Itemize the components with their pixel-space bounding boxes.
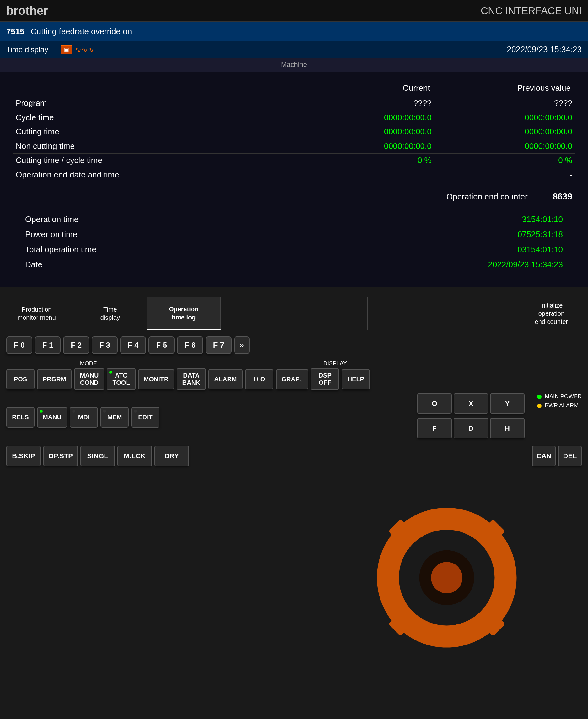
- bottom-btn-b_skip[interactable]: B.SKIP: [6, 446, 41, 466]
- dsp_off-label: DSP OFF: [319, 372, 332, 386]
- mode-btn-rels[interactable]: RELS: [6, 407, 35, 428]
- main-btn-pos[interactable]: POS: [6, 369, 35, 390]
- alpha-key-D[interactable]: D: [454, 418, 488, 438]
- alpha-key-X[interactable]: X: [454, 393, 488, 414]
- op-label: Date: [25, 260, 135, 269]
- op-label: Total operation time: [25, 245, 135, 254]
- alert-message: Cutting feedrate override on: [31, 27, 132, 37]
- monitr-label: MONITR: [144, 376, 169, 383]
- main-btn-prgrm[interactable]: PRGRM: [37, 369, 71, 390]
- row-label: Cycle time: [13, 110, 266, 124]
- bottom-btn-singl[interactable]: SINGL: [80, 446, 115, 466]
- mode-label: MODE: [6, 359, 171, 367]
- right-btn-can[interactable]: CAN: [532, 446, 556, 466]
- svg-rect-6: [481, 519, 505, 544]
- row-prev-value: -: [435, 168, 575, 182]
- svg-rect-1: [437, 511, 456, 528]
- main-btn-graph[interactable]: GRAP↓: [276, 369, 309, 390]
- main-btn-monitr[interactable]: MONITR: [138, 369, 174, 390]
- main-btn-manu_cond[interactable]: MANU COND: [74, 368, 104, 390]
- row-label: Cutting time: [13, 125, 266, 139]
- wave-icon: ∿∿∿: [75, 45, 94, 54]
- f-key-arrow[interactable]: »: [234, 336, 250, 354]
- bottom-row: B.SKIPOP.STPSINGLM.LCKDRY CANDEL: [6, 446, 582, 466]
- rels-label: RELS: [12, 414, 28, 421]
- mode-btn-mdi[interactable]: MDI: [70, 407, 98, 428]
- main-btn-io[interactable]: I / O: [245, 369, 273, 390]
- main-btn-help[interactable]: HELP: [341, 369, 370, 390]
- edit-led: [134, 410, 137, 413]
- fn-key-f6[interactable]: [441, 297, 515, 329]
- f-key-3[interactable]: F 3: [92, 336, 118, 354]
- fn-key-f5[interactable]: [368, 297, 441, 329]
- fn-key-f0[interactable]: Production monitor menu: [0, 297, 74, 329]
- f-key-0[interactable]: F 0: [6, 336, 32, 354]
- fn-key-f4[interactable]: [294, 297, 368, 329]
- row-label: Cutting time / cycle time: [13, 153, 266, 167]
- edit-label: EDIT: [138, 414, 152, 421]
- manu_cond-label: MANU COND: [80, 372, 99, 386]
- alarm-label: ALARM: [214, 376, 237, 383]
- svg-rect-4: [496, 568, 513, 587]
- row-label: Non cutting time: [13, 139, 266, 153]
- fn-key-f3[interactable]: [221, 297, 294, 329]
- fn-key-label: Initialize operation end counter: [535, 301, 568, 326]
- col-current-header: Current: [266, 82, 435, 97]
- fn-key-f2[interactable]: Operation time log: [147, 297, 221, 329]
- table-row: Operation end date and time-: [13, 168, 575, 182]
- bottom-btn-op_stp[interactable]: OP.STP: [43, 446, 78, 466]
- op-row: Power on time07525:31:18: [25, 230, 563, 242]
- alpha-key-H[interactable]: H: [490, 418, 525, 438]
- row-prev-value: 0000:00:00.0: [435, 139, 575, 153]
- mode-btn-manu[interactable]: MANU: [37, 407, 67, 428]
- fn-key-f7[interactable]: Initialize operation end counter: [515, 297, 588, 329]
- pwr-alarm-led: [537, 404, 542, 408]
- right-btn-del[interactable]: DEL: [558, 446, 582, 466]
- cnc-title: CNC INTERFACE UNI: [481, 5, 582, 17]
- mode-btn-edit[interactable]: EDIT: [131, 407, 160, 428]
- bottom-btn-dry[interactable]: DRY: [154, 446, 189, 466]
- alpha-key-F[interactable]: F: [417, 418, 452, 438]
- alpha-key-Y[interactable]: Y: [490, 393, 525, 414]
- f-key-5[interactable]: F 5: [148, 336, 174, 354]
- pwr-alarm-label: PWR ALARM: [545, 403, 579, 409]
- svg-rect-7: [388, 612, 413, 636]
- alert-bar: 7515 Cutting feedrate override on: [0, 22, 588, 41]
- bottom-btn-m_lck[interactable]: M.LCK: [118, 446, 152, 466]
- io-label: I / O: [253, 376, 265, 383]
- counter-value: 8639: [553, 191, 572, 202]
- main-btn-alarm[interactable]: ALARM: [208, 369, 243, 390]
- datetime: 2022/09/23 15:34:23: [507, 45, 582, 54]
- data-table: Current Previous value Program????????Cy…: [13, 82, 575, 182]
- table-row: Cycle time0000:00:00.00000:00:00.0: [13, 110, 575, 124]
- fn-key-f1[interactable]: Time display: [74, 297, 147, 329]
- mode-btn-mem[interactable]: MEM: [101, 407, 129, 428]
- row-current-value: [266, 168, 435, 182]
- atc_tool-led: [109, 371, 112, 374]
- pos-label: POS: [14, 376, 27, 383]
- alpha-keys: OXY FDH: [417, 393, 525, 441]
- f-key-7[interactable]: F 7: [206, 336, 232, 354]
- op-row: Total operation time03154:01:10: [25, 245, 563, 257]
- main-btn-dsp_off[interactable]: DSP OFF: [311, 368, 339, 390]
- main-btn-data_bank[interactable]: DATA BANK: [177, 368, 206, 390]
- counter-label: Operation end counter: [446, 192, 528, 202]
- row-prev-value: 0 %: [435, 153, 575, 167]
- f-key-2[interactable]: F 2: [63, 336, 89, 354]
- graph-label: GRAP↓: [281, 376, 303, 383]
- main-display: Current Previous value Program????????Cy…: [0, 72, 588, 287]
- op-value: 03154:01:10: [517, 245, 563, 254]
- row-label: Program: [13, 97, 266, 110]
- alpha-key-O[interactable]: O: [417, 393, 452, 414]
- op-row: Date2022/09/23 15:34:23: [25, 260, 563, 272]
- f-key-6[interactable]: F 6: [177, 336, 203, 354]
- f-key-1[interactable]: F 1: [35, 336, 61, 354]
- main-power-indicator: MAIN POWER: [537, 393, 582, 400]
- svg-point-9: [419, 550, 474, 605]
- svg-rect-3: [380, 568, 397, 587]
- table-row: Non cutting time0000:00:00.00000:00:00.0: [13, 139, 575, 153]
- main-btn-row: POSPRGRMMANU CONDATC TOOLMONITRDATA BANK…: [6, 368, 582, 390]
- brand-logo: brother: [6, 4, 48, 18]
- f-key-4[interactable]: F 4: [120, 336, 146, 354]
- main-btn-atc_tool[interactable]: ATC TOOL: [107, 368, 135, 390]
